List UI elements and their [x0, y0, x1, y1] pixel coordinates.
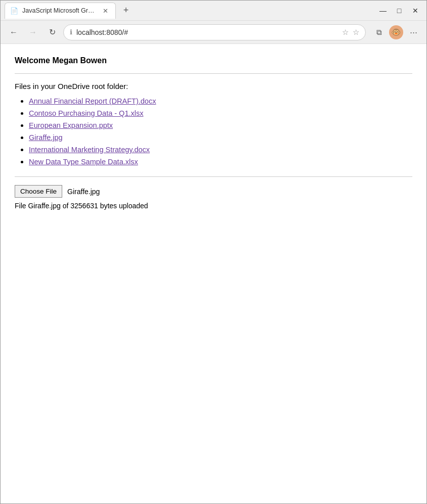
- page-content: Welcome Megan Bowen Files in your OneDri…: [1, 44, 426, 503]
- files-heading: Files in your OneDrive root folder:: [15, 82, 412, 90]
- back-button[interactable]: ←: [6, 24, 22, 40]
- file-link[interactable]: New Data Type Sample Data.xlsx: [29, 158, 138, 166]
- list-item: International Marketing Strategy.docx: [29, 145, 412, 154]
- file-link[interactable]: European Expansion.pptx: [29, 121, 113, 129]
- url-text: localhost:8080/#: [76, 28, 338, 36]
- tab-title: JavaScript Microsoft Graph SPA: [22, 7, 95, 14]
- file-link[interactable]: Contoso Purchasing Data - Q1.xlsx: [29, 109, 143, 117]
- file-link[interactable]: International Marketing Strategy.docx: [29, 146, 150, 154]
- info-icon: ℹ: [70, 28, 72, 36]
- minimize-button[interactable]: —: [376, 4, 390, 18]
- menu-button[interactable]: ⋯: [405, 24, 421, 40]
- collections-button[interactable]: ⧉: [371, 24, 387, 40]
- list-item: European Expansion.pptx: [29, 121, 412, 130]
- tab-bar: 📄 JavaScript Microsoft Graph SPA ✕ +: [5, 1, 376, 20]
- url-bar[interactable]: ℹ localhost:8080/# ☆ ☆: [63, 24, 366, 40]
- profile-button[interactable]: 🐵: [389, 25, 403, 39]
- welcome-heading: Welcome Megan Bowen: [15, 56, 412, 65]
- window-controls: — □ ✕: [376, 4, 422, 18]
- list-item: Giraffe.jpg: [29, 133, 412, 142]
- browser-window: 📄 JavaScript Microsoft Graph SPA ✕ + — □…: [0, 0, 427, 504]
- file-link[interactable]: Giraffe.jpg: [29, 133, 63, 142]
- file-link[interactable]: Annual Financial Report (DRAFT).docx: [29, 97, 156, 105]
- list-item: Contoso Purchasing Data - Q1.xlsx: [29, 109, 412, 118]
- forward-button[interactable]: →: [25, 24, 41, 40]
- close-button[interactable]: ✕: [408, 4, 422, 18]
- upload-section: Choose File Giraffe.jpg File Giraffe.jpg…: [15, 185, 412, 210]
- files-list: Annual Financial Report (DRAFT).docxCont…: [15, 97, 412, 166]
- active-tab: 📄 JavaScript Microsoft Graph SPA ✕: [5, 3, 116, 19]
- divider-2: [15, 176, 412, 177]
- upload-status: File Giraffe.jpg of 3256631 bytes upload…: [15, 202, 412, 210]
- add-bookmark-icon[interactable]: ☆: [342, 28, 349, 37]
- address-bar: ← → ↻ ℹ localhost:8080/# ☆ ☆ ⧉ 🐵 ⋯: [1, 21, 426, 44]
- refresh-button[interactable]: ↻: [44, 24, 60, 40]
- list-item: Annual Financial Report (DRAFT).docx: [29, 97, 412, 106]
- bookmark-icon[interactable]: ☆: [353, 28, 359, 37]
- divider-1: [15, 73, 412, 74]
- list-item: New Data Type Sample Data.xlsx: [29, 157, 412, 166]
- selected-file-name: Giraffe.jpg: [67, 188, 100, 196]
- choose-file-button[interactable]: Choose File: [15, 185, 62, 198]
- browser-actions: ⧉ 🐵 ⋯: [371, 24, 421, 40]
- maximize-button[interactable]: □: [392, 4, 406, 18]
- new-tab-button[interactable]: +: [119, 4, 133, 18]
- file-input-row: Choose File Giraffe.jpg: [15, 185, 412, 198]
- tab-page-icon: 📄: [10, 7, 18, 15]
- tab-close-button[interactable]: ✕: [101, 6, 110, 16]
- title-bar: 📄 JavaScript Microsoft Graph SPA ✕ + — □…: [1, 1, 426, 21]
